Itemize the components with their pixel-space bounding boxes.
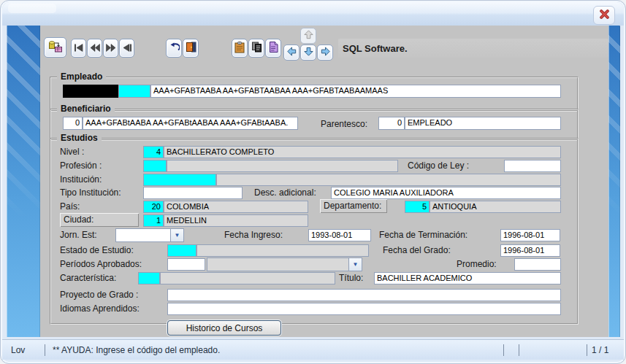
ciudad-desc-field: MEDELLIN xyxy=(164,214,308,227)
periodos-dropdown[interactable]: ▼ xyxy=(207,257,362,271)
desc-adicional-field[interactable]: COLEGIO MARIA AUXILIADORA xyxy=(331,187,561,199)
undo-icon xyxy=(169,42,180,54)
clipboard-button[interactable] xyxy=(232,39,248,58)
first-record-button[interactable] xyxy=(71,39,86,58)
titulo-field[interactable]: BACHILLER ACADEMICO xyxy=(374,272,561,284)
profesion-codigo-field[interactable] xyxy=(143,160,167,172)
beneficiario-nombre-field[interactable]: AAA+GFABtAABA AA+GFABtAABAA AAA+GFABtAAB… xyxy=(83,117,298,130)
idiomas-label: Idiomas Aprendidos: xyxy=(60,303,140,314)
scroll-down-icon xyxy=(303,46,314,59)
title-bar xyxy=(2,2,624,26)
ciudad-codigo-field[interactable]: 1 xyxy=(143,214,164,227)
save-button[interactable] xyxy=(44,37,66,58)
save-icon xyxy=(48,40,63,55)
pais-desc-field: COLOMBIA xyxy=(164,201,308,213)
empleado-codigo-field[interactable] xyxy=(63,85,118,98)
periodos-valor-field[interactable] xyxy=(167,258,205,271)
beneficiario-codigo-field[interactable]: 0 xyxy=(63,117,83,130)
pais-codigo-field[interactable]: 20 xyxy=(143,201,164,213)
caracteristica-codigo-field[interactable] xyxy=(138,272,160,284)
left-decorative-strip xyxy=(7,26,40,337)
empleado-groupbox: Empleado AAA+GFABTAABA AA+GFABTAABAA AAA… xyxy=(50,77,579,112)
departamento-codigo-field[interactable]: 5 xyxy=(405,201,430,213)
previous-record-icon xyxy=(90,43,100,54)
status-divider xyxy=(45,344,45,356)
status-divider xyxy=(587,344,587,356)
estudios-groupbox: Estudios Nivel : 4 BACHILLERATO COMPLETO… xyxy=(50,138,579,325)
close-icon xyxy=(600,9,609,22)
ciudad-label: Ciudad: xyxy=(60,213,139,227)
next-record-button[interactable] xyxy=(103,39,118,58)
institucion-desc-field xyxy=(216,174,561,186)
institucion-codigo-field[interactable] xyxy=(143,174,216,186)
tipo-institucion-label: Tipo Institución: xyxy=(60,187,121,198)
undo-button[interactable] xyxy=(166,39,182,58)
estado-codigo-field[interactable] xyxy=(167,244,196,257)
estado-desc-field xyxy=(196,244,369,257)
caracteristica-desc-field xyxy=(160,272,335,284)
caracteristica-label: Característica: xyxy=(60,273,116,283)
promedio-field[interactable] xyxy=(514,258,561,271)
periodos-aprobados-label: Períodos Aprobados: xyxy=(60,259,142,269)
fecha-ingreso-field[interactable]: 1993-08-01 xyxy=(308,229,371,241)
copy-icon xyxy=(251,42,262,55)
clipboard-icon xyxy=(234,42,245,55)
status-bar: Lov ** AYUDA: Ingrese el código del empl… xyxy=(2,339,624,360)
scroll-right-button[interactable] xyxy=(317,44,333,61)
scroll-down-button[interactable] xyxy=(300,44,316,61)
promedio-label: Promedio: xyxy=(457,259,497,269)
codigo-ley-label: Código de Ley : xyxy=(408,160,469,171)
jorn-est-value xyxy=(116,229,170,241)
nivel-label: Nivel : xyxy=(60,147,84,157)
idiomas-field[interactable] xyxy=(167,303,561,315)
close-button[interactable] xyxy=(593,6,615,25)
proyecto-grado-label: Proyecto de Grado : xyxy=(60,290,138,300)
scroll-up-icon xyxy=(303,29,314,42)
pais-label: País: xyxy=(60,201,80,212)
title-bar-tab xyxy=(8,4,56,13)
empleado-id-field[interactable] xyxy=(118,85,150,98)
brand-text: SQL Software. xyxy=(343,43,408,54)
profesion-desc-field xyxy=(167,160,398,172)
scroll-right-icon xyxy=(320,46,331,59)
scroll-up-button[interactable] xyxy=(300,28,316,44)
parentesco-desc-field[interactable]: EMPLEADO xyxy=(405,117,561,130)
estudios-legend: Estudios xyxy=(57,133,102,143)
proyecto-grado-field[interactable] xyxy=(167,289,561,301)
scroll-left-button[interactable] xyxy=(283,44,299,61)
estado-estudio-label: Estado de Estudio: xyxy=(60,245,134,255)
content-area: SQL Software. Empleado AAA+GFABTAABA AA+… xyxy=(7,26,620,337)
jorn-est-dropdown[interactable]: ▼ xyxy=(115,228,184,242)
desc-adicional-label: Desc. adicional: xyxy=(254,187,316,198)
exit-button[interactable] xyxy=(183,39,199,58)
copy-button[interactable] xyxy=(248,39,264,58)
jorn-est-label: Jorn. Est: xyxy=(60,230,97,240)
empleado-nombre-field[interactable]: AAA+GFABTAABA AA+GFABTAABAA AAA+GFABTAAB… xyxy=(150,85,561,98)
parentesco-label: Parentesco: xyxy=(321,119,367,129)
jorn-est-dropdown-button[interactable]: ▼ xyxy=(170,229,183,241)
tipo-institucion-field[interactable] xyxy=(143,187,243,199)
last-record-button[interactable] xyxy=(119,39,134,58)
beneficiario-legend: Beneficiario xyxy=(57,104,115,114)
chevron-down-icon: ▼ xyxy=(353,262,359,268)
exit-door-icon xyxy=(186,42,196,55)
historico-cursos-button[interactable]: Historico de Cursos xyxy=(167,320,281,336)
fecha-terminacion-field[interactable]: 1996-08-01 xyxy=(500,229,560,241)
departamento-desc-field: ANTIOQUIA xyxy=(430,201,561,213)
codigo-ley-field[interactable] xyxy=(504,160,561,172)
nivel-codigo-field[interactable]: 4 xyxy=(143,146,164,158)
titulo-label: Título: xyxy=(339,273,363,283)
app-window: SQL Software. Empleado AAA+GFABTAABA AA+… xyxy=(0,0,626,364)
profesion-label: Profesión : xyxy=(60,160,102,171)
previous-record-button[interactable] xyxy=(87,39,102,58)
scroll-left-icon xyxy=(286,46,297,59)
right-decorative-strip xyxy=(608,26,620,337)
periodos-dropdown-button[interactable]: ▼ xyxy=(348,258,362,271)
next-record-icon xyxy=(106,43,116,54)
fecha-grado-field[interactable]: 1996-08-01 xyxy=(500,244,560,257)
paste-button[interactable] xyxy=(265,39,281,58)
parentesco-codigo-field[interactable]: 0 xyxy=(378,117,405,130)
status-record-count: 1 / 1 xyxy=(589,345,624,355)
institucion-label: Institución: xyxy=(60,174,102,185)
departamento-label: Departamento: xyxy=(320,199,387,213)
